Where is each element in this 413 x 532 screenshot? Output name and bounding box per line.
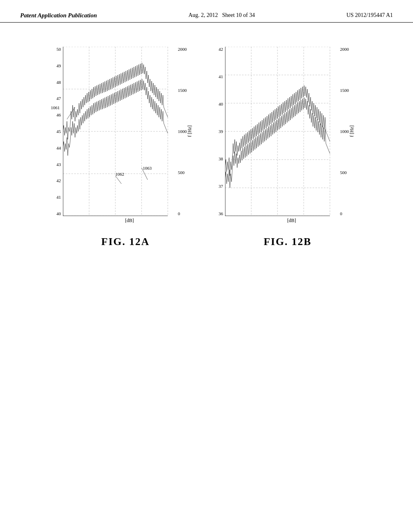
main-content: 50 49 48 47 46 45 44 43 42 41 40 <box>0 23 413 256</box>
page-header: Patent Application Publication Aug. 2, 2… <box>0 0 413 23</box>
figure-12b-container: 42 41 40 39 38 37 36 <box>219 47 357 248</box>
figure-12a-chart-area: 50 49 48 47 46 45 44 43 42 41 40 <box>56 47 194 216</box>
y-axis-ticks-right-a: 2000 1500 1000 500 0 <box>176 47 187 216</box>
header-patent: US 2012/195447 A1 <box>346 12 393 19</box>
annotation-1062: 1062 <box>115 172 124 177</box>
figure-12a-container: 50 49 48 47 46 45 44 43 42 41 40 <box>56 47 194 248</box>
annotation-1061: 1061 <box>51 105 60 110</box>
x-axis-unit-a: [dB] <box>125 218 134 224</box>
right-axis-a: 2000 1500 1000 500 0 f [Hz] <box>176 47 194 216</box>
header-date: Aug. 2, 2012 Sheet 10 of 34 <box>188 12 255 19</box>
y-axis-label-a: f [Hz] <box>187 47 194 216</box>
x-axis-unit-b: [dB] <box>287 218 296 224</box>
figure-12a-svg <box>63 47 176 216</box>
y-axis-ticks-left-b: 42 41 40 39 38 37 36 <box>219 47 225 216</box>
figure-12b-chart <box>225 47 338 216</box>
y-axis-ticks-right-b: 2000 1500 1000 500 0 <box>338 47 349 216</box>
y-axis-ticks-left-a: 50 49 48 47 46 45 44 43 42 41 40 <box>56 47 63 216</box>
header-title: Patent Application Publication <box>20 12 97 19</box>
figure-12b-chart-area: 42 41 40 39 38 37 36 <box>219 47 357 216</box>
figure-12a-chart: 1061 1062 1063 <box>63 47 176 216</box>
figure-label-b: FIG. 12B <box>264 236 312 248</box>
right-axis-b: 2000 1500 1000 500 0 f [Hz] <box>338 47 357 216</box>
figure-12b-svg <box>225 47 338 216</box>
y-axis-label-b: f [Hz] <box>349 47 357 216</box>
annotation-1063: 1063 <box>143 166 152 170</box>
svg-line-12 <box>115 176 121 184</box>
figure-label-a: FIG. 12A <box>101 236 150 248</box>
